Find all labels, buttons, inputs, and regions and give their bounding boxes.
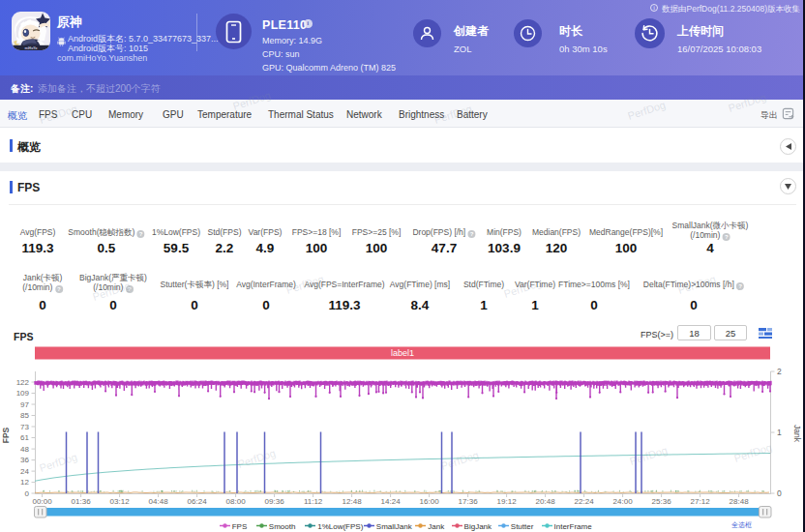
svg-text:11:12: 11:12 bbox=[304, 497, 323, 506]
svg-text:16:00: 16:00 bbox=[420, 497, 440, 506]
svg-text:122: 122 bbox=[16, 378, 30, 387]
svg-text:00:00: 00:00 bbox=[33, 497, 53, 506]
svg-text:25:36: 25:36 bbox=[652, 497, 672, 506]
svg-text:08:00: 08:00 bbox=[226, 497, 247, 506]
svg-text:2: 2 bbox=[777, 367, 782, 376]
svg-text:109: 109 bbox=[16, 389, 30, 398]
svg-text:22:24: 22:24 bbox=[575, 497, 595, 506]
svg-text:09:36: 09:36 bbox=[265, 497, 285, 506]
svg-text:19:12: 19:12 bbox=[497, 497, 518, 506]
svg-text:17:36: 17:36 bbox=[459, 497, 479, 506]
svg-text:03:12: 03:12 bbox=[110, 497, 131, 506]
svg-text:1: 1 bbox=[777, 428, 782, 437]
svg-text:24:00: 24:00 bbox=[613, 497, 634, 506]
svg-text:48: 48 bbox=[20, 445, 29, 454]
svg-text:06:24: 06:24 bbox=[188, 497, 208, 506]
svg-text:73: 73 bbox=[20, 423, 29, 431]
svg-text:20:48: 20:48 bbox=[536, 497, 556, 506]
svg-text:97: 97 bbox=[20, 400, 29, 409]
svg-text:Jank: Jank bbox=[792, 425, 802, 443]
svg-text:04:48: 04:48 bbox=[149, 497, 169, 506]
svg-text:27:12: 27:12 bbox=[691, 497, 711, 506]
svg-text:24: 24 bbox=[20, 467, 29, 476]
svg-text:28:48: 28:48 bbox=[730, 497, 750, 506]
svg-text:FPS: FPS bbox=[1, 427, 11, 443]
svg-text:61: 61 bbox=[20, 433, 29, 442]
svg-text:0: 0 bbox=[777, 488, 782, 498]
svg-text:01:36: 01:36 bbox=[72, 497, 92, 506]
svg-text:36: 36 bbox=[20, 456, 29, 464]
svg-text:12: 12 bbox=[20, 478, 29, 487]
svg-text:0: 0 bbox=[25, 489, 30, 498]
svg-text:label1: label1 bbox=[391, 348, 414, 358]
svg-text:85: 85 bbox=[20, 411, 29, 420]
svg-text:14:24: 14:24 bbox=[381, 497, 402, 506]
svg-text:12:48: 12:48 bbox=[343, 497, 363, 506]
